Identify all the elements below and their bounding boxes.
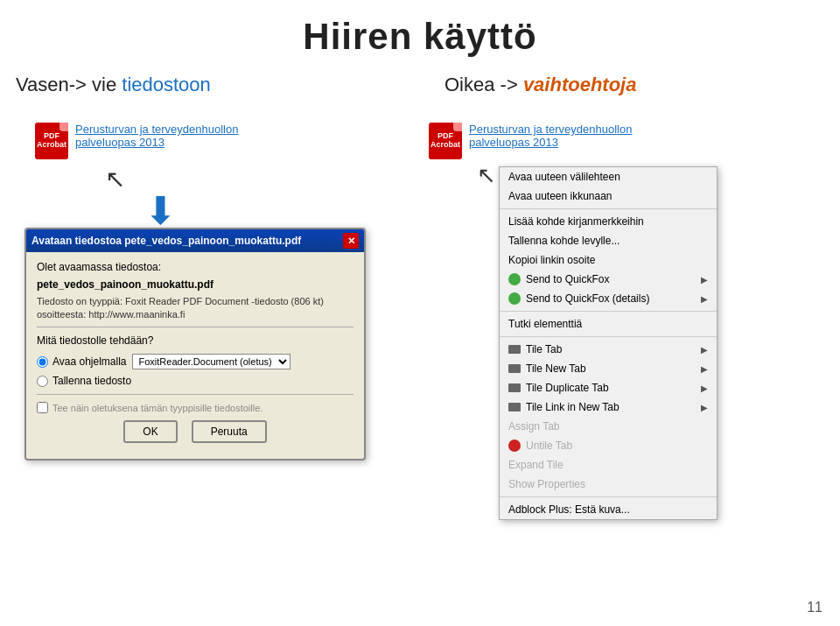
menu-icon-tab-12 <box>508 364 521 373</box>
menu-label-20: Adblock Plus: Estä kuva... <box>508 503 630 516</box>
menu-icon-tab-13 <box>508 383 521 392</box>
radio-save[interactable] <box>37 376 48 387</box>
radio-save-label: Tallenna tiedosto <box>52 375 131 387</box>
menu-item-left-0: Avaa uuteen välilehteen <box>508 171 620 183</box>
left-pdf-line2[interactable]: palveluopas 2013 <box>75 136 238 149</box>
left-pdf-link-text[interactable]: Perusturvan ja terveydenhuollon palveluo… <box>75 123 238 149</box>
dialog-file-source: osoitteesta: http://www.maaninka.fi <box>37 309 354 320</box>
menu-arrow-13: ▶ <box>701 383 708 393</box>
menu-label-17: Expand Tile <box>508 459 564 471</box>
menu-item-11[interactable]: Tile Tab▶ <box>500 340 717 359</box>
menu-item-6[interactable]: Send to QuickFox▶ <box>500 270 717 289</box>
menu-item-4[interactable]: Tallenna kohde levylle... <box>500 231 717 250</box>
program-select[interactable]: FoxitReader.Document (oletus) <box>132 354 290 369</box>
right-pdf-link-text[interactable]: Perusturvan ja terveydenhuollon palveluo… <box>469 123 632 149</box>
menu-label-9: Tutki elementtiä <box>508 318 582 330</box>
menu-arrow-6: ▶ <box>701 275 708 285</box>
subtitle-right-highlight: vaihtoehtoja <box>523 74 637 95</box>
menu-item-3[interactable]: Lisää kohde kirjanmerkkeihin <box>500 212 717 231</box>
menu-item-9[interactable]: Tutki elementtiä <box>500 314 717 334</box>
menu-item-left-16: Untile Tab <box>508 440 572 452</box>
menu-icon-tab-14 <box>508 403 521 411</box>
dialog-close-button[interactable]: ✕ <box>343 233 359 249</box>
subtitle-row: Vasen-> vie tiedostoon Oikea -> vaihtoeh… <box>0 74 840 96</box>
menu-label-5: Kopioi linkin osoite <box>508 254 595 266</box>
radio-open-label: Avaa ohjelmalla <box>52 355 127 368</box>
menu-label-4: Tallenna kohde levylle... <box>508 235 620 247</box>
menu-icon-green-7 <box>508 292 521 305</box>
menu-item-left-4: Tallenna kohde levylle... <box>508 235 620 247</box>
menu-item-left-15: Assign Tab <box>508 420 559 433</box>
menu-item-14[interactable]: Tile Link in New Tab▶ <box>500 397 717 417</box>
menu-item-17: Expand Tile <box>500 455 717 475</box>
menu-icon-tab-11 <box>508 345 521 354</box>
menu-item-16: Untile Tab <box>500 436 717 455</box>
menu-item-0[interactable]: Avaa uuteen välilehteen <box>500 167 717 186</box>
menu-separator-2 <box>500 208 717 209</box>
pdf-icon-corner <box>60 123 68 131</box>
menu-arrow-7: ▶ <box>701 294 708 304</box>
menu-separator-10 <box>500 336 717 337</box>
content-row: PDFAcrobat Perusturvan ja terveydenhuoll… <box>0 114 840 159</box>
menu-label-18: Show Properties <box>508 478 585 490</box>
dialog-file-type: Tiedosto on tyyppiä: Foxit Reader PDF Do… <box>37 296 354 306</box>
subtitle-left-highlight: tiedostoon <box>122 74 211 95</box>
menu-icon-red-16 <box>508 440 521 452</box>
menu-item-left-5: Kopioi linkin osoite <box>508 254 595 266</box>
right-pdf-line2[interactable]: palveluopas 2013 <box>469 136 632 149</box>
menu-item-left-14: Tile Link in New Tab <box>508 401 620 413</box>
right-panel: PDFAcrobat Perusturvan ja terveydenhuoll… <box>411 114 831 159</box>
menu-label-13: Tile Duplicate Tab <box>526 382 609 394</box>
menu-arrow-14: ▶ <box>701 403 708 412</box>
menu-item-1[interactable]: Avaa uuteen ikkunaan <box>500 186 717 206</box>
menu-label-14: Tile Link in New Tab <box>526 401 620 413</box>
default-checkbox[interactable] <box>37 402 48 413</box>
checkbox-row: Tee näin oletuksena tämän tyyppisille ti… <box>37 402 354 413</box>
menu-arrow-11: ▶ <box>701 345 708 355</box>
menu-label-15: Assign Tab <box>508 420 559 433</box>
right-pdf-link-area: PDFAcrobat Perusturvan ja terveydenhuoll… <box>429 123 831 159</box>
menu-arrow-12: ▶ <box>701 364 708 374</box>
menu-label-1: Avaa uuteen ikkunaan <box>508 190 612 202</box>
radio-open[interactable] <box>37 356 48 368</box>
left-pdf-link-area: PDFAcrobat Perusturvan ja terveydenhuoll… <box>35 123 411 159</box>
left-pdf-line1[interactable]: Perusturvan ja terveydenhuollon <box>75 123 238 136</box>
left-cursor-arrow: ↖ <box>105 165 125 193</box>
menu-item-5[interactable]: Kopioi linkin osoite <box>500 250 717 270</box>
right-pdf-line1[interactable]: Perusturvan ja terveydenhuollon <box>469 123 632 136</box>
right-cursor-arrow: ↖ <box>477 162 496 189</box>
menu-item-20[interactable]: Adblock Plus: Estä kuva... <box>500 500 717 519</box>
context-menu: Avaa uuteen välilehteenAvaa uuteen ikkun… <box>499 166 718 520</box>
cancel-button[interactable]: Peruuta <box>192 420 267 443</box>
subtitle-left: Vasen-> vie tiedostoon <box>16 74 418 96</box>
menu-label-6: Send to QuickFox <box>526 273 609 285</box>
menu-item-7[interactable]: Send to QuickFox (details)▶ <box>500 289 717 308</box>
menu-item-left-11: Tile Tab <box>508 343 562 355</box>
subtitle-left-text: Vasen-> vie <box>16 74 122 95</box>
right-pdf-icon-corner <box>453 123 462 131</box>
menu-item-left-3: Lisää kohde kirjanmerkkeihin <box>508 215 644 228</box>
menu-separator-8 <box>500 311 717 312</box>
page-number: 11 <box>807 600 822 615</box>
menu-item-15: Assign Tab <box>500 417 717 436</box>
menu-item-13[interactable]: Tile Duplicate Tab▶ <box>500 378 717 397</box>
dialog-opening-text: Olet avaamassa tiedostoa: <box>37 261 354 273</box>
subtitle-right: Oikea -> vaihtoehtoja <box>444 74 636 96</box>
menu-label-0: Avaa uuteen välilehteen <box>508 171 620 183</box>
dialog-title: Avataan tiedostoa pete_vedos_painoon_muo… <box>32 235 301 247</box>
menu-item-left-7: Send to QuickFox (details) <box>508 292 649 305</box>
dialog-buttons: OK Peruuta <box>37 420 354 450</box>
radio-save-row: Tallenna tiedosto <box>37 375 354 387</box>
menu-item-left-18: Show Properties <box>508 478 585 490</box>
ok-button[interactable]: OK <box>123 420 177 443</box>
dialog-titlebar: Avataan tiedostoa pete_vedos_painoon_muo… <box>26 229 364 252</box>
menu-item-left-9: Tutki elementtiä <box>508 318 582 330</box>
dialog-box: Avataan tiedostoa pete_vedos_painoon_muo… <box>24 228 366 461</box>
menu-label-12: Tile New Tab <box>526 362 586 375</box>
dialog-file-name: pete_vedos_painoon_muokattu.pdf <box>37 278 354 291</box>
pdf-icon-label: PDFAcrobat <box>37 132 66 150</box>
menu-label-3: Lisää kohde kirjanmerkkeihin <box>508 215 644 228</box>
subtitle-right-text: Oikea -> <box>444 74 523 95</box>
menu-icon-green-6 <box>508 273 521 285</box>
menu-item-12[interactable]: Tile New Tab▶ <box>500 359 717 378</box>
